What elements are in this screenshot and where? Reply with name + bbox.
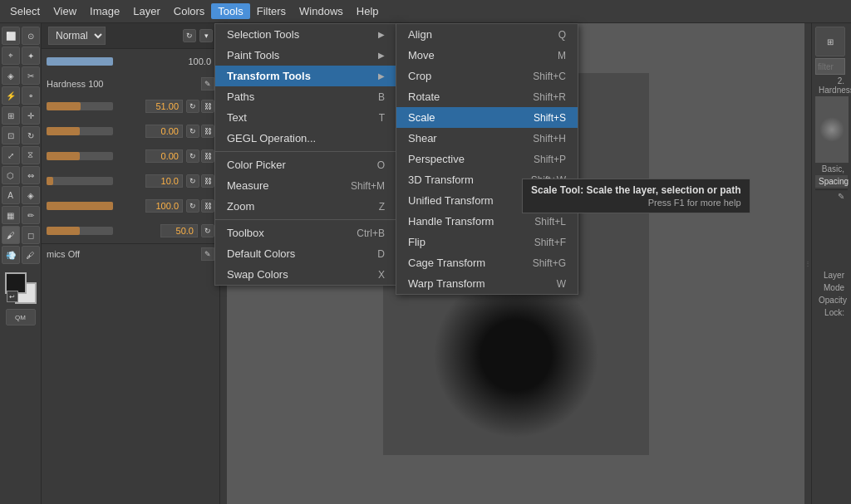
- tool-eraser[interactable]: ◻: [22, 226, 40, 244]
- dd-zoom[interactable]: Zoom Z: [215, 196, 396, 217]
- dd-shear[interactable]: Shear Shift+H: [396, 128, 578, 149]
- tool-scale[interactable]: ⤢: [2, 146, 20, 164]
- spacing-value[interactable]: [145, 174, 183, 188]
- tool-text[interactable]: A: [2, 186, 20, 204]
- size-value[interactable]: [145, 100, 183, 113]
- tool-airbrush[interactable]: 💨: [2, 246, 20, 264]
- size-row: ↻ ⛓: [42, 94, 219, 119]
- hardness2-reset[interactable]: ↻: [186, 199, 199, 213]
- opacity-slider[interactable]: [47, 57, 113, 66]
- angle-link[interactable]: ⛓: [201, 149, 214, 163]
- quick-mask[interactable]: QM: [6, 309, 36, 325]
- menu-view[interactable]: View: [47, 3, 83, 19]
- aspect-row: ↻ ⛓: [42, 119, 219, 144]
- tool-shear[interactable]: ⧖: [22, 146, 40, 164]
- edit-icon-right[interactable]: ✎: [815, 189, 848, 203]
- brush-filter-input[interactable]: [815, 58, 845, 75]
- mode-select[interactable]: Normal: [48, 27, 106, 45]
- tool-align[interactable]: ⊞: [2, 106, 20, 125]
- spacing-slider[interactable]: [47, 177, 113, 185]
- dd-transform-tools[interactable]: Transform Tools ▶: [215, 66, 396, 86]
- reset-colors[interactable]: ↩: [7, 291, 18, 302]
- dd-default-colors[interactable]: Default Colors D: [215, 243, 396, 264]
- tool-fuzzy-select[interactable]: ✦: [22, 46, 40, 65]
- aspect-value[interactable]: [145, 125, 183, 138]
- dd-toolbox[interactable]: Toolbox Ctrl+B: [215, 223, 396, 243]
- dd-perspective[interactable]: Perspective Shift+P: [396, 149, 578, 169]
- aspect-link[interactable]: ⛓: [201, 125, 214, 138]
- menu-help[interactable]: Help: [350, 3, 386, 19]
- dd-cage-transform[interactable]: Cage Transform Shift+G: [396, 252, 578, 273]
- options-menu[interactable]: ▾: [199, 29, 213, 42]
- menu-image[interactable]: Image: [83, 3, 126, 19]
- tool-row-7: ⤢ ⧖: [2, 146, 40, 164]
- size-reset[interactable]: ↻: [186, 100, 199, 113]
- tool-foreground-select[interactable]: ⚡: [2, 86, 20, 105]
- menu-tools[interactable]: Tools: [211, 3, 249, 19]
- tool-ellipse-select[interactable]: ⊙: [22, 27, 40, 45]
- force-slider[interactable]: [47, 227, 113, 235]
- hardness-edit[interactable]: ✎: [201, 77, 214, 91]
- right-tool-btn[interactable]: ⊞: [815, 27, 845, 56]
- tool-rotate[interactable]: ↻: [22, 126, 40, 144]
- dd-warp-transform[interactable]: Warp Transform W: [396, 273, 578, 294]
- zoom-shortcut: Z: [379, 201, 385, 213]
- dd-selection-tools[interactable]: Selection Tools ▶: [215, 24, 396, 45]
- tool-rect-select[interactable]: ⬜: [2, 27, 20, 45]
- force-value[interactable]: [160, 224, 198, 237]
- force-reset[interactable]: ↻: [201, 224, 214, 237]
- dynamics-edit[interactable]: ✎: [201, 247, 214, 261]
- dd-measure[interactable]: Measure Shift+M: [215, 175, 396, 196]
- opacity-value[interactable]: [177, 56, 214, 67]
- hardness2-value[interactable]: [145, 199, 183, 213]
- dd-3d-transform[interactable]: 3D Transform Shift+W: [396, 169, 578, 190]
- aspect-slider[interactable]: [47, 127, 113, 135]
- tool-bucket[interactable]: ◈: [22, 186, 40, 204]
- spacing-reset[interactable]: ↻: [186, 174, 199, 188]
- dd-paint-tools[interactable]: Paint Tools ▶: [215, 45, 396, 66]
- angle-value[interactable]: [145, 149, 183, 163]
- tool-crop[interactable]: ⊡: [2, 126, 20, 144]
- dd-handle-transform[interactable]: Handle Transform Shift+L: [396, 211, 578, 232]
- dd-scale[interactable]: Scale Shift+S: [396, 107, 578, 128]
- dd-unified-transform[interactable]: Unified Transform Shift+T: [396, 190, 578, 211]
- dd-crop[interactable]: Crop Shift+C: [396, 66, 578, 86]
- menu-windows[interactable]: Windows: [293, 3, 350, 19]
- menu-select[interactable]: Select: [3, 3, 47, 19]
- tool-brush[interactable]: 🖌: [2, 226, 20, 244]
- menu-layer[interactable]: Layer: [126, 3, 167, 19]
- hardness2-slider[interactable]: [47, 202, 113, 210]
- dd-flip[interactable]: Flip Shift+F: [396, 232, 578, 252]
- angle-reset[interactable]: ↻: [186, 149, 199, 163]
- dd-paths[interactable]: Paths B: [215, 86, 396, 107]
- tool-pencil[interactable]: ✏: [22, 206, 40, 224]
- options-cycle[interactable]: ↻: [183, 29, 196, 42]
- dd-text[interactable]: Text T: [215, 107, 396, 128]
- dd-move[interactable]: Move M: [396, 45, 578, 66]
- tool-ink[interactable]: 🖋: [22, 246, 40, 264]
- tool-blend[interactable]: ▦: [2, 206, 20, 224]
- tool-scissors[interactable]: ✂: [22, 66, 40, 85]
- right-divider[interactable]: ⋮: [804, 23, 811, 504]
- aspect-reset[interactable]: ↻: [186, 125, 199, 138]
- hardness2-link[interactable]: ⛓: [201, 199, 214, 213]
- spacing-link[interactable]: ⛓: [201, 174, 214, 188]
- tool-paths[interactable]: ⚬: [22, 86, 40, 105]
- perspective-shortcut: Shift+P: [534, 154, 566, 165]
- dd-gegl[interactable]: GEGL Operation...: [215, 128, 396, 149]
- size-link[interactable]: ⛓: [201, 100, 214, 113]
- tool-free-select[interactable]: ⌖: [2, 46, 20, 65]
- tool-flip[interactable]: ⇔: [22, 166, 40, 184]
- 3d-shortcut: Shift+W: [531, 174, 566, 186]
- tool-move[interactable]: ✛: [22, 106, 40, 125]
- tool-select-by-color[interactable]: ◈: [2, 66, 20, 85]
- menu-filters[interactable]: Filters: [250, 3, 293, 19]
- menu-colors[interactable]: Colors: [167, 3, 212, 19]
- tool-perspective[interactable]: ⬡: [2, 166, 20, 184]
- angle-slider[interactable]: [47, 152, 113, 160]
- dd-align[interactable]: Align Q: [396, 24, 578, 45]
- dd-color-picker[interactable]: Color Picker O: [215, 154, 396, 175]
- dd-swap-colors[interactable]: Swap Colors X: [215, 264, 396, 285]
- dd-rotate[interactable]: Rotate Shift+R: [396, 86, 578, 107]
- size-slider[interactable]: [47, 102, 113, 110]
